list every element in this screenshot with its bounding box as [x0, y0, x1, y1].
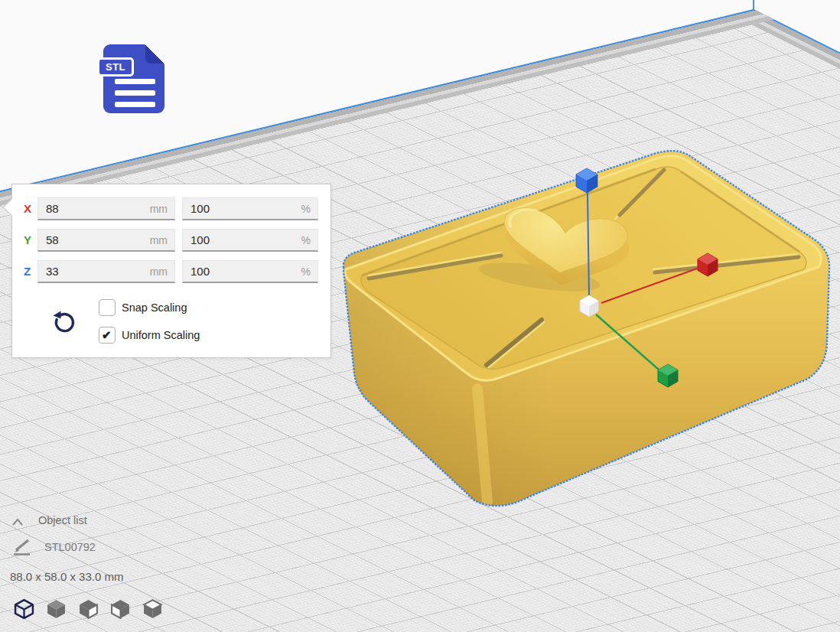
- scale-x-percent-input[interactable]: [183, 198, 317, 219]
- scale-z-mm-input[interactable]: [38, 261, 174, 282]
- scale-row-z: Z mm %: [12, 260, 330, 283]
- cube-front-view-icon: [46, 598, 67, 619]
- object-list-title: Object list: [38, 514, 87, 526]
- stl-file-text-line: [115, 90, 155, 96]
- view-left-button[interactable]: [110, 598, 131, 619]
- axis-z-label: Z: [24, 265, 37, 278]
- stl-file-text-line: [115, 102, 155, 107]
- scale-row-x: X mm %: [12, 197, 330, 220]
- object-list-item-label: STL00792: [44, 541, 96, 553]
- view-3d-button[interactable]: [14, 598, 34, 619]
- stl-file-icon: STL: [103, 44, 164, 113]
- scale-y-mm-input[interactable]: [38, 230, 174, 250]
- view-preset-toolbar: [14, 598, 163, 619]
- view-top-button[interactable]: [78, 598, 99, 619]
- stl-file-text-line: [115, 79, 155, 84]
- axis-x-label: X: [24, 202, 37, 215]
- axis-y-label: Y: [24, 233, 37, 246]
- view-front-button[interactable]: [46, 598, 67, 619]
- stl-file-fold-flap: [145, 44, 164, 64]
- object-dimensions: 88.0 x 58.0 x 33.0 mm: [10, 570, 123, 583]
- object-list-header[interactable]: Object list: [9, 514, 87, 526]
- pencil-icon: [12, 537, 34, 557]
- snap-scaling-label: Snap Scaling: [122, 301, 187, 314]
- cube-top-view-icon: [78, 598, 99, 619]
- uniform-scaling-row: Uniform Scaling: [99, 327, 200, 344]
- object-list-item[interactable]: STL00792: [12, 537, 96, 557]
- uniform-scaling-checkbox[interactable]: [99, 327, 116, 344]
- scale-row-y: Y mm %: [12, 229, 330, 252]
- snap-scaling-row: Snap Scaling: [99, 299, 187, 316]
- cube-left-view-icon: [110, 598, 131, 619]
- snap-scaling-checkbox[interactable]: [99, 299, 116, 316]
- scale-z-percent-input[interactable]: [183, 261, 317, 282]
- build-volume-corner-edge: [753, 0, 754, 11]
- reset-scale-button[interactable]: [50, 309, 76, 335]
- scale-x-mm-input[interactable]: [38, 198, 174, 219]
- view-right-button[interactable]: [142, 598, 163, 619]
- scale-y-percent-input[interactable]: [183, 230, 317, 250]
- scale-tool-panel: X mm % Y mm % Z mm: [11, 184, 331, 358]
- stl-file-badge: STL: [97, 57, 134, 77]
- cube-3d-view-icon: [14, 598, 34, 619]
- application-window: STL X mm % Y mm %: [0, 0, 840, 632]
- chevron-up-icon: [11, 517, 24, 526]
- reset-circular-arrow-icon: [50, 309, 76, 335]
- uniform-scaling-label: Uniform Scaling: [122, 329, 200, 341]
- cube-right-view-icon: [142, 598, 163, 619]
